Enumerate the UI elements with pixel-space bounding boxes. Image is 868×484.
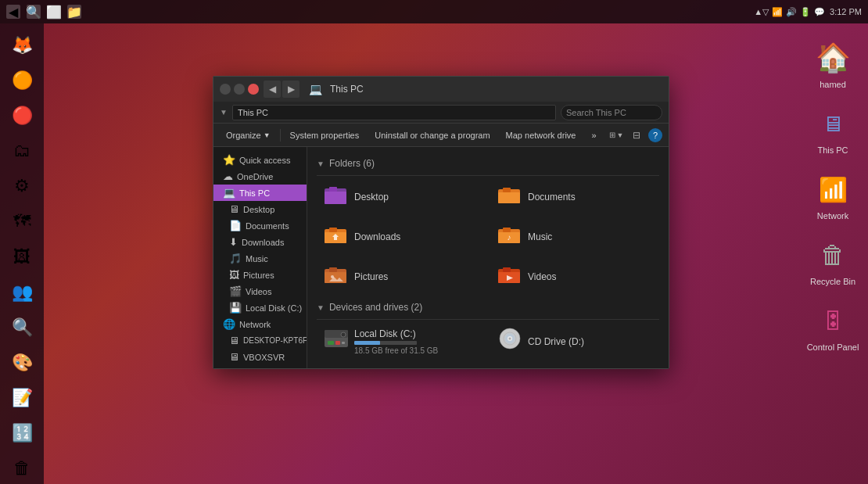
folder-desktop[interactable]: Desktop bbox=[317, 179, 486, 214]
more-button[interactable]: » bbox=[585, 127, 602, 144]
dock-item-paint[interactable]: 🎨 bbox=[5, 347, 38, 378]
dock-item-this-pc[interactable]: 🖥 This PC bbox=[812, 105, 854, 155]
sidebar-label-pictures: Pictures bbox=[243, 271, 274, 280]
help-button[interactable]: ? bbox=[648, 128, 662, 142]
taskbar-search[interactable]: 🔍 bbox=[27, 5, 41, 19]
minimize-button[interactable] bbox=[220, 84, 231, 95]
taskbar-overview[interactable]: ⬜ bbox=[47, 5, 61, 19]
pane-button[interactable]: ⊟ bbox=[628, 127, 645, 144]
system-properties-button[interactable]: System properties bbox=[284, 127, 366, 144]
downloads-folder-name: Downloads bbox=[354, 231, 400, 242]
sidebar-label-network: Network bbox=[239, 320, 271, 329]
sidebar-item-onedrive[interactable]: ☁ OneDrive bbox=[213, 168, 307, 185]
explorer-title-icon: 💻 bbox=[309, 83, 322, 95]
dock-item-files[interactable]: 🗂 bbox=[5, 135, 38, 166]
battery-icon: 🔋 bbox=[800, 7, 811, 17]
sidebar-item-music[interactable]: 🎵 Music bbox=[213, 250, 307, 267]
uninstall-button[interactable]: Uninstall or change a program bbox=[368, 127, 496, 144]
dock-item-network[interactable]: 📶 Network bbox=[812, 170, 854, 220]
sidebar-label-downloads: Downloads bbox=[242, 238, 284, 247]
sidebar-item-downloads[interactable]: ⬇ Downloads bbox=[213, 234, 307, 250]
address-bar: ▼ This PC Search This PC bbox=[213, 102, 669, 124]
folder-documents[interactable]: Documents bbox=[490, 179, 659, 214]
title-bar-left: ◀ ▶ 💻 This PC bbox=[220, 81, 364, 98]
dock-item-people[interactable]: 👥 bbox=[5, 277, 38, 307]
sidebar-label-this-pc: This PC bbox=[239, 188, 270, 198]
dock-item-photos[interactable]: 🖼 bbox=[5, 242, 38, 272]
sidebar-label-vboxsvr: VBOXSVR bbox=[243, 353, 285, 362]
pictures-folder-icon bbox=[323, 263, 348, 290]
map-network-button[interactable]: Map network drive bbox=[500, 127, 583, 144]
sidebar-item-local-disk[interactable]: 💾 Local Disk (C:) bbox=[213, 299, 307, 316]
local-disk-bar bbox=[354, 341, 417, 345]
volume-icon: 🔊 bbox=[786, 7, 797, 17]
drive-cd[interactable]: CD Drive (D:) bbox=[490, 323, 659, 360]
maximize-button[interactable] bbox=[234, 84, 245, 95]
address-dropdown[interactable]: ▼ bbox=[220, 108, 228, 117]
recycle-bin-desktop-icon: 🗑 bbox=[812, 236, 854, 274]
network-desktop-icon: 📶 bbox=[812, 170, 854, 208]
dock-label-network: Network bbox=[817, 211, 848, 220]
address-text: This PC bbox=[238, 108, 268, 117]
folders-chevron: ▼ bbox=[317, 160, 325, 168]
dock-item-calculator[interactable]: 🔢 bbox=[5, 418, 38, 449]
videos-folder-icon bbox=[497, 263, 522, 290]
sidebar-label-desktop-kpt: DESKTOP-KPT6F75 bbox=[243, 336, 307, 345]
sidebar-item-quick-access[interactable]: ⭐ Quick access bbox=[213, 152, 307, 168]
folder-downloads[interactable]: Downloads bbox=[317, 219, 486, 254]
folder-music[interactable]: ♪ Music bbox=[490, 219, 659, 254]
window-controls bbox=[220, 84, 259, 95]
toolbar-sep-1 bbox=[280, 129, 281, 142]
sidebar-item-vboxsvr[interactable]: 🖥 VBOXSVR bbox=[213, 349, 307, 365]
sidebar-item-this-pc[interactable]: 💻 This PC bbox=[213, 185, 307, 201]
sidebar-item-videos[interactable]: 🎬 Videos bbox=[213, 283, 307, 299]
dock-item-trash[interactable]: 🗑 bbox=[5, 454, 38, 484]
dock-item-settings[interactable]: ⚙ bbox=[5, 171, 38, 202]
svg-rect-27 bbox=[342, 342, 345, 344]
dock-item-ubuntu[interactable]: 🔴 bbox=[5, 100, 38, 131]
folders-section-header[interactable]: ▼ Folders (6) bbox=[317, 158, 659, 169]
taskbar-right: ▲▽ 📶 🔊 🔋 💬 3:12 PM bbox=[754, 7, 862, 17]
forward-button[interactable]: ▶ bbox=[282, 81, 299, 98]
sidebar-item-pictures[interactable]: 🖼 Pictures bbox=[213, 267, 307, 283]
dock-item-ubuntu-software[interactable]: 🟠 bbox=[5, 65, 38, 95]
drive-local-disk[interactable]: Local Disk (C:) 18.5 GB free of 31.5 GB bbox=[317, 323, 486, 360]
videos-sidebar-icon: 🎬 bbox=[229, 285, 242, 297]
svg-rect-4 bbox=[498, 192, 520, 203]
maps-icon: 🗺 bbox=[13, 211, 30, 231]
search-box[interactable]: Search This PC bbox=[561, 105, 662, 120]
network-sidebar-icon: 🌐 bbox=[223, 318, 235, 330]
folder-videos[interactable]: Videos bbox=[490, 259, 659, 294]
dock-item-firefox[interactable]: 🦊 bbox=[5, 30, 38, 60]
organize-button[interactable]: Organize ▼ bbox=[220, 127, 277, 144]
taskbar-nav-back[interactable]: ◀ bbox=[6, 5, 20, 19]
dock-item-recycle[interactable]: 🗑 Recycle Bin bbox=[810, 236, 855, 286]
sidebar-item-desktop[interactable]: 🖥 Desktop bbox=[213, 201, 307, 217]
dock-label-recycle: Recycle Bin bbox=[810, 277, 855, 286]
dock-item-notes[interactable]: 📝 bbox=[5, 383, 38, 414]
home-icon: 🏠 bbox=[812, 39, 854, 77]
view-options-button[interactable]: ⊞ ▼ bbox=[608, 127, 625, 144]
dock-item-maps[interactable]: 🗺 bbox=[5, 206, 38, 237]
svg-rect-5 bbox=[503, 188, 511, 192]
videos-folder-name: Videos bbox=[528, 271, 556, 282]
drives-section-header[interactable]: ▼ Devices and drives (2) bbox=[317, 302, 659, 313]
folder-pictures[interactable]: Pictures bbox=[317, 259, 486, 294]
dock-item-hamed[interactable]: 🏠 hamed bbox=[812, 39, 854, 89]
explorer-main: ⭐ Quick access ☁ OneDrive 💻 This PC 🖥 De… bbox=[213, 147, 669, 368]
sidebar-item-network[interactable]: 🌐 Network bbox=[213, 316, 307, 332]
folders-separator bbox=[317, 175, 659, 176]
dock-label-hamed: hamed bbox=[820, 80, 846, 89]
close-button[interactable] bbox=[248, 84, 259, 95]
sidebar-label-quick-access: Quick access bbox=[239, 156, 290, 165]
taskbar-files[interactable]: 📁 bbox=[67, 5, 81, 19]
quick-access-icon: ⭐ bbox=[223, 154, 235, 166]
back-button[interactable]: ◀ bbox=[264, 81, 281, 98]
calculator-icon: 🔢 bbox=[12, 423, 33, 443]
dock-item-search[interactable]: 🔍 bbox=[5, 312, 38, 342]
dock-item-control-panel[interactable]: 🎛 Control Panel bbox=[807, 302, 859, 352]
sidebar-item-documents[interactable]: 📄 Documents bbox=[213, 217, 307, 234]
sidebar-item-desktop-kpt[interactable]: 🖥 DESKTOP-KPT6F75 bbox=[213, 332, 307, 349]
desktop-sidebar-icon: 🖥 bbox=[229, 203, 239, 215]
address-path[interactable]: This PC bbox=[232, 105, 556, 120]
